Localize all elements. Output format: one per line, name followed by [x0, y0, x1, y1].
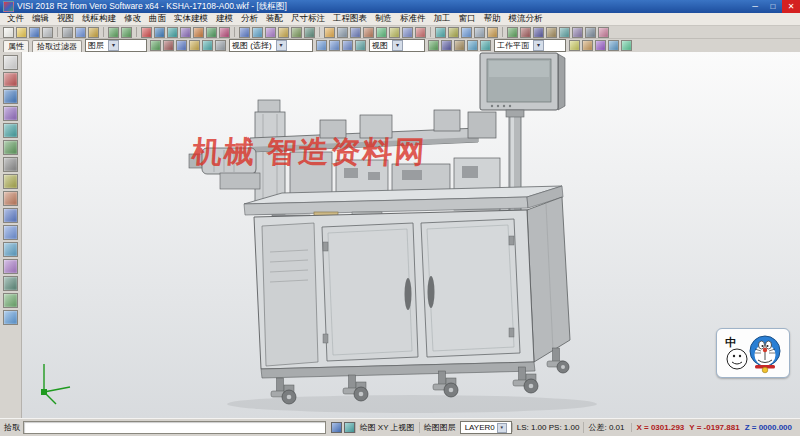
circle-tool-icon[interactable] — [3, 123, 18, 138]
wp-normal-icon[interactable] — [621, 40, 632, 51]
wp-3points-icon[interactable] — [608, 40, 619, 51]
line-icon[interactable] — [154, 27, 165, 38]
move-icon[interactable] — [239, 27, 250, 38]
menu-item-加工[interactable]: 加工 — [430, 13, 455, 25]
maximize-button[interactable]: □ — [764, 0, 782, 13]
properties-tab[interactable]: 属性 — [3, 40, 29, 52]
revolve-icon[interactable] — [363, 27, 374, 38]
paste-icon[interactable] — [88, 27, 99, 38]
layer-filter-icon[interactable] — [189, 40, 200, 51]
curve-tool-icon[interactable] — [3, 140, 18, 155]
zoom-out-icon[interactable] — [520, 27, 531, 38]
print-icon[interactable] — [42, 27, 53, 38]
menu-item-分析[interactable]: 分析 — [237, 13, 262, 25]
menu-item-实体建模[interactable]: 实体建模 — [170, 13, 212, 25]
wireframe-icon[interactable] — [585, 27, 596, 38]
view-combo[interactable]: 视图▾ — [369, 39, 425, 52]
menu-item-标准件[interactable]: 标准件 — [396, 13, 430, 25]
view-front-icon[interactable] — [329, 40, 340, 51]
rotate-icon[interactable] — [252, 27, 263, 38]
rotate-tool-icon[interactable] — [3, 242, 18, 257]
zoom-fit-icon[interactable] — [533, 27, 544, 38]
extrude-icon[interactable] — [350, 27, 361, 38]
view-iso-icon[interactable] — [355, 40, 366, 51]
arc-icon[interactable] — [180, 27, 191, 38]
wp-yz-icon[interactable] — [595, 40, 606, 51]
menu-item-尺寸标注[interactable]: 尺寸标注 — [287, 13, 329, 25]
menu-item-工程图表[interactable]: 工程图表 — [329, 13, 371, 25]
text-tool-icon[interactable] — [3, 157, 18, 172]
wp-xy-icon[interactable] — [569, 40, 580, 51]
menu-item-模流分析[interactable]: 模流分析 — [505, 13, 547, 25]
dimension-icon[interactable] — [448, 27, 459, 38]
fillet-icon[interactable] — [389, 27, 400, 38]
measure-icon[interactable] — [435, 27, 446, 38]
shade-icon[interactable] — [572, 27, 583, 38]
mirror-tool-icon[interactable] — [3, 259, 18, 274]
scale-icon[interactable] — [278, 27, 289, 38]
grid-toggle-icon[interactable] — [344, 422, 355, 433]
settings-icon[interactable] — [215, 40, 226, 51]
view-side-icon[interactable] — [342, 40, 353, 51]
zoom-all-icon[interactable] — [441, 40, 452, 51]
menu-item-建模[interactable]: 建模 — [212, 13, 237, 25]
refresh-view-icon[interactable] — [480, 40, 491, 51]
move-tool-icon[interactable] — [3, 208, 18, 223]
pan-view-icon[interactable] — [454, 40, 465, 51]
offset-tool-icon[interactable] — [3, 276, 18, 291]
pan-icon[interactable] — [546, 27, 557, 38]
offset-icon[interactable] — [304, 27, 315, 38]
layer-off-icon[interactable] — [163, 40, 174, 51]
menu-item-编辑[interactable]: 编辑 — [28, 13, 53, 25]
polyline-icon[interactable] — [206, 27, 217, 38]
menu-item-线框构建[interactable]: 线框构建 — [78, 13, 120, 25]
rotate-view-icon[interactable] — [467, 40, 478, 51]
menu-item-制造[interactable]: 制造 — [371, 13, 396, 25]
layer-status-combo[interactable]: LAYER0▾ — [460, 421, 512, 434]
layer-new-icon[interactable] — [176, 40, 187, 51]
erase-tool-icon[interactable] — [3, 191, 18, 206]
render-icon[interactable] — [598, 27, 609, 38]
shell-icon[interactable] — [415, 27, 426, 38]
layer-on-icon[interactable] — [150, 40, 161, 51]
close-button[interactable]: ✕ — [782, 0, 800, 13]
zoom-in-icon[interactable] — [507, 27, 518, 38]
menu-item-修改[interactable]: 修改 — [120, 13, 145, 25]
layers-icon[interactable] — [461, 27, 472, 38]
point-tool-icon[interactable] — [3, 72, 18, 87]
mirror-icon[interactable] — [265, 27, 276, 38]
arc-tool-icon[interactable] — [3, 106, 18, 121]
save-icon[interactable] — [29, 27, 40, 38]
view-select-combo[interactable]: 视图 (选择)▾ — [229, 39, 313, 52]
redo-icon[interactable] — [121, 27, 132, 38]
menu-item-窗口[interactable]: 窗口 — [455, 13, 480, 25]
minimize-button[interactable]: ─ — [746, 0, 764, 13]
menu-item-装配[interactable]: 装配 — [262, 13, 287, 25]
surface-icon[interactable] — [324, 27, 335, 38]
workplane-combo[interactable]: 工作平面▾ — [494, 39, 566, 52]
undo-icon[interactable] — [108, 27, 119, 38]
copy-tool-icon[interactable] — [3, 225, 18, 240]
point-icon[interactable] — [141, 27, 152, 38]
refresh-icon[interactable] — [202, 40, 213, 51]
new-file-icon[interactable] — [3, 27, 14, 38]
trim-icon[interactable] — [291, 27, 302, 38]
menu-item-文件[interactable]: 文件 — [3, 13, 28, 25]
view-top-icon[interactable] — [316, 40, 327, 51]
line-tool-icon[interactable] — [3, 89, 18, 104]
menu-item-曲面[interactable]: 曲面 — [145, 13, 170, 25]
dimension-tool-icon[interactable] — [3, 174, 18, 189]
grid-icon[interactable] — [474, 27, 485, 38]
open-icon[interactable] — [16, 27, 27, 38]
view-rotate-icon[interactable] — [559, 27, 570, 38]
snap-icon[interactable] — [487, 27, 498, 38]
pick-filter-tab[interactable]: 拾取过滤器 — [32, 40, 82, 52]
layer-combo[interactable]: 图层▾ — [85, 39, 147, 52]
info-icon[interactable] — [3, 310, 18, 325]
copy-icon[interactable] — [75, 27, 86, 38]
snap-toggle-icon[interactable] — [331, 422, 342, 433]
spline-icon[interactable] — [219, 27, 230, 38]
circle-icon[interactable] — [167, 27, 178, 38]
menu-item-视图[interactable]: 视图 — [53, 13, 78, 25]
select-icon[interactable] — [3, 55, 18, 70]
